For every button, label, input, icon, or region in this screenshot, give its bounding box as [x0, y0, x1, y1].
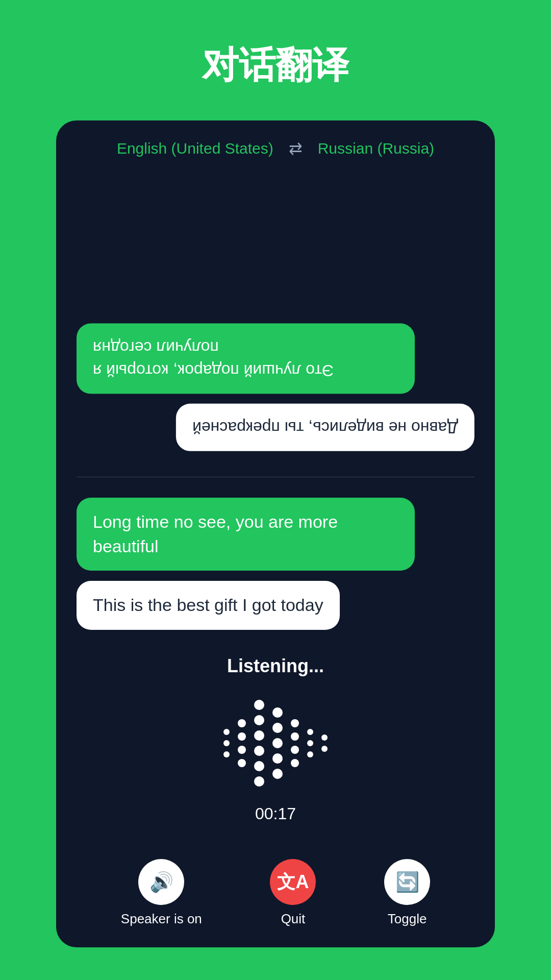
speaker-button[interactable]: 🔊	[138, 859, 184, 905]
language-right[interactable]: Russian (Russia)	[318, 140, 434, 157]
quit-control: 文A Quit	[270, 859, 316, 927]
dot	[272, 707, 283, 718]
wave-col-2	[238, 719, 246, 767]
upper-messages: Это лучший подарок, который я получил се…	[77, 184, 474, 461]
speaker-control: 🔊 Speaker is on	[121, 859, 202, 927]
dot	[254, 730, 264, 741]
dot	[307, 729, 313, 735]
waveform	[223, 692, 328, 794]
wave-col-3	[254, 700, 264, 787]
toggle-control: 🔄 Toggle	[384, 859, 430, 927]
dot	[291, 759, 299, 767]
dot	[254, 700, 264, 710]
quit-label: Quit	[281, 911, 306, 927]
swap-icon[interactable]: ⇄	[289, 139, 303, 158]
messages-divider	[77, 477, 474, 477]
listening-status: Listening...	[227, 655, 324, 677]
wave-col-1	[223, 729, 230, 757]
dot	[321, 734, 328, 741]
dot	[223, 729, 230, 735]
lower-messages: Long time no see, you are more beautiful…	[77, 493, 474, 630]
wave-col-4	[272, 707, 283, 779]
dot	[238, 746, 246, 754]
dot	[291, 719, 299, 727]
dot	[272, 723, 283, 733]
dot	[254, 761, 264, 771]
translate-icon: 文A	[277, 870, 309, 895]
bottom-controls: 🔊 Speaker is on 文A Quit 🔄 Toggle	[56, 849, 495, 947]
messages-area: Это лучший подарок, который я получил се…	[56, 174, 495, 640]
language-bar: English (United States) ⇄ Russian (Russi…	[56, 120, 495, 174]
speaker-icon: 🔊	[149, 871, 173, 893]
message-ru-2: Давно не виделись, ты прекрасней	[176, 404, 474, 451]
timer: 00:17	[255, 804, 296, 823]
language-left[interactable]: English (United States)	[117, 140, 273, 157]
dot	[272, 753, 283, 764]
message-en-1: Long time no see, you are more beautiful	[77, 498, 415, 571]
dot	[238, 732, 246, 741]
dot	[307, 740, 313, 746]
dot	[238, 719, 246, 727]
dot	[254, 746, 264, 756]
dot	[272, 738, 283, 748]
wave-col-6	[307, 729, 313, 757]
speaker-label: Speaker is on	[121, 911, 202, 927]
dot	[254, 776, 264, 787]
dot	[321, 746, 328, 752]
toggle-button[interactable]: 🔄	[384, 859, 430, 905]
main-card: English (United States) ⇄ Russian (Russi…	[56, 120, 495, 947]
dot	[238, 759, 246, 767]
dot	[223, 740, 230, 746]
toggle-label: Toggle	[388, 911, 427, 927]
dot	[307, 751, 313, 757]
dot	[291, 732, 299, 741]
listening-section: Listening...	[56, 640, 495, 849]
message-ru-1: Это лучший подарок, который я получил се…	[77, 324, 415, 394]
wave-col-5	[291, 719, 299, 767]
quit-button[interactable]: 文A	[270, 859, 316, 905]
wave-col-7	[321, 734, 328, 752]
dot	[223, 751, 230, 757]
dot	[272, 769, 283, 779]
dot	[254, 715, 264, 725]
toggle-icon: 🔄	[395, 871, 419, 893]
dot	[291, 746, 299, 754]
message-en-2: This is the best gift I got today	[77, 581, 340, 630]
app-title: 对话翻译	[202, 41, 349, 90]
